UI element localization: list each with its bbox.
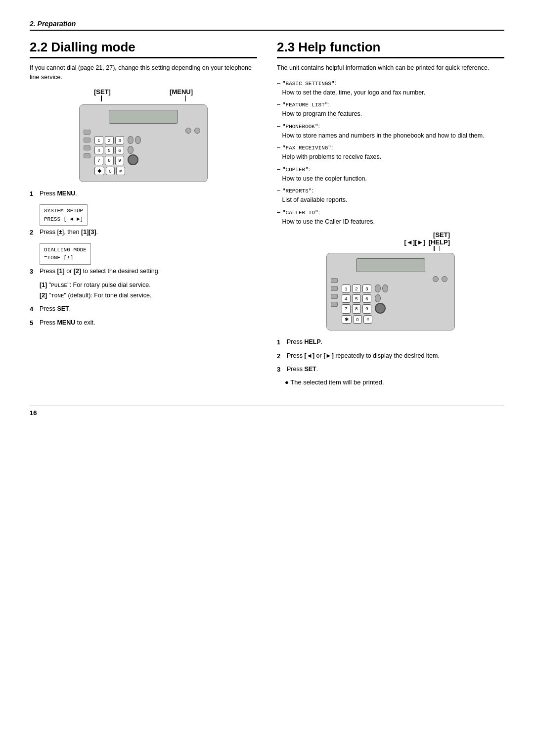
step-2-left: 2 Press [±], then [1][3]. — [30, 228, 257, 237]
device-illustration-right: 1 2 3 4 5 6 7 — [326, 253, 455, 331]
main-content: 2.2 Dialling mode If you cannot dial (pa… — [30, 40, 504, 386]
section-intro-dialling: If you cannot dial (page 21, 27), change… — [30, 63, 257, 82]
right-column: 2.3 Help function The unit contains help… — [277, 40, 504, 386]
set-label: [SET] — [94, 88, 111, 95]
left-column: 2.2 Dialling mode If you cannot dial (pa… — [30, 40, 257, 331]
lcd-display-1: SYSTEM SETUP PRESS [ ◄ ►] — [40, 204, 88, 226]
left-btn-label: [◄][►] — [404, 238, 426, 246]
help-item-reports: –"REPORTS": List of available reports. — [277, 186, 504, 205]
section-header-title: 2. Preparation — [30, 20, 76, 28]
section-intro-help: The unit contains helpful information wh… — [277, 63, 504, 73]
help-btn-label: [HELP] — [429, 238, 450, 246]
menu-label: [MENU] — [170, 88, 193, 95]
page-footer: 16 — [30, 406, 504, 417]
side-buttons — [84, 130, 90, 158]
section-title-help: 2.3 Help function — [277, 40, 504, 58]
footer-page-number: 16 — [30, 409, 37, 417]
step-1-right: 1 Press HELP. — [277, 337, 504, 347]
set-label-right: [SET] — [433, 231, 450, 238]
step-3-bullet: The selected item will be printed. — [285, 378, 504, 386]
help-item-basic: –"BASIC SETTINGS": How to set the date, … — [277, 79, 504, 97]
step-3-left: 3 Press [1] or [2] to select the desired… — [30, 267, 257, 277]
lcd-display-2: DIALLING MODE =TONE [±] — [40, 243, 91, 265]
step-5-left: 5 Press MENU to exit. — [30, 318, 257, 328]
help-item-callerid: –"CALLER ID": How to use the Caller ID f… — [277, 208, 504, 227]
step-2-right: 2 Press [◄] or [►] repeatedly to display… — [277, 351, 504, 361]
help-item-copier: –"COPIER": How to use the copier functio… — [277, 165, 504, 184]
step-3-sub-2: [2] "TONE" (default): For tone dial serv… — [40, 290, 257, 301]
device-diagram-left: [SET] [MENU] — [30, 88, 257, 182]
help-item-feature: –"FEATURE LIST": How to program the feat… — [277, 100, 504, 119]
step-4-left: 4 Press SET. — [30, 304, 257, 314]
step-1-left: 1 Press MENU. — [30, 189, 257, 199]
step-3-sub-1: [1] "PULSE": For rotary pulse dial servi… — [40, 280, 257, 290]
help-items-list: –"BASIC SETTINGS": How to set the date, … — [277, 79, 504, 227]
device-illustration-left: 1 2 3 4 5 6 7 — [79, 104, 208, 182]
side-buttons-right — [331, 278, 338, 307]
section-title-dialling: 2.2 Dialling mode — [30, 40, 257, 58]
device-diagram-right: [SET] [◄][►] [HELP] — [277, 231, 504, 331]
step-3-right: 3 Press SET. — [277, 365, 504, 375]
device-screen-right — [356, 258, 425, 272]
device-screen — [109, 110, 178, 124]
help-item-fax: –"FAX RECEIVING": Help with problems to … — [277, 143, 504, 162]
help-item-phonebook: –"PHONEBOOK": How to store names and num… — [277, 122, 504, 141]
page-header: 2. Preparation — [30, 20, 504, 31]
